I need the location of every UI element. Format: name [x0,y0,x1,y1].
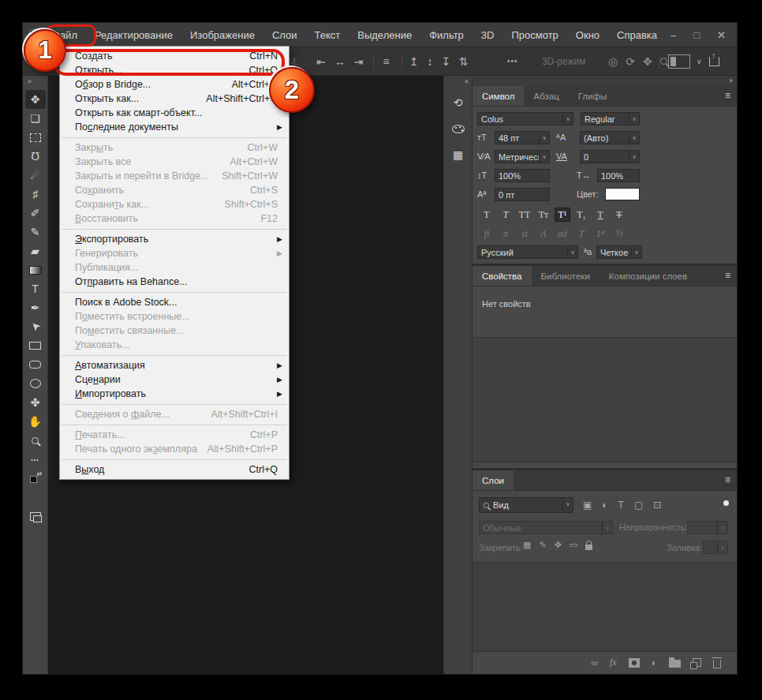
quick-selection-tool[interactable]: ☄ [25,166,46,185]
leading-select[interactable]: (Авто) ∨ [580,131,640,144]
zoom-3d-icon[interactable] [660,58,667,65]
menu-item[interactable]: Обзор в Bridge...Alt+Ctrl+O [60,77,289,92]
rounded-rectangle-tool[interactable] [25,355,46,374]
more-tools[interactable]: ••• [25,450,46,469]
faux-italic-button[interactable]: T [498,208,514,222]
menu-item[interactable]: Открыть как смарт-объект... [60,106,289,120]
menu-item-6[interactable]: Фильтр [429,29,464,41]
drag-3d-icon[interactable]: ✥ [643,55,652,68]
collapse-dock-icon[interactable]: « [444,76,472,93]
menu-item-7[interactable]: 3D [481,29,495,41]
menu-item[interactable]: Импортировать▶ [60,387,289,401]
menu-item[interactable]: Экспортировать▶ [60,232,289,246]
baseline-shift-input[interactable]: 0 пт [495,188,550,201]
opacity-input[interactable]: ∨ [687,521,728,534]
menu-item[interactable]: Отправить на Behance... [60,275,289,289]
lock-all-icon[interactable] [585,545,592,550]
ellipse-tool[interactable] [25,374,46,393]
menu-item-3[interactable]: Слои [272,29,297,41]
menu-item-5[interactable]: Выделение [357,29,412,41]
screen-mode[interactable] [25,507,46,526]
rectangle-tool[interactable] [25,336,46,355]
roll-3d-icon[interactable]: ⟳ [626,55,635,68]
expand-toolbar-icon[interactable]: » [23,76,47,90]
properties-tab[interactable]: Свойства [473,266,532,286]
panel-menu-icon[interactable]: ≡ [725,91,730,100]
small-caps-button[interactable]: Tт [536,208,551,222]
filter-toggle[interactable] [723,500,729,506]
menu-item-1[interactable]: Редактирование [95,29,173,41]
lock-position-icon[interactable]: ✥ [555,540,562,550]
brush-tool[interactable]: ✎ [25,223,46,241]
character-tab[interactable]: Символ [473,86,524,106]
horizontal-scale-input[interactable]: 100% [597,169,640,182]
lasso-tool[interactable]: ℧ [25,147,46,166]
align-bottom-edges-icon[interactable]: ↧ [441,55,450,68]
history-panel[interactable]: ⟲ [448,93,469,112]
filter-adjustment-layers-icon[interactable]: ◐ [602,500,607,511]
group-layers-icon[interactable] [669,660,681,668]
fill-input[interactable]: ∨ [703,541,728,554]
lock-artboard-icon[interactable]: ▭ [570,540,577,550]
menu-item[interactable]: Сценарии▶ [60,372,289,387]
menu-item-2[interactable]: Изображение [190,29,255,41]
lock-pixels-icon[interactable]: ✎ [539,540,546,550]
artboard-tool[interactable]: ❏ [25,109,46,128]
crop-tool[interactable]: ♯ [25,185,46,204]
blend-mode-select[interactable]: Обычные ∨ [479,521,613,534]
tracking-select[interactable]: 0 ∨ [580,150,640,163]
share-button[interactable] [709,47,719,75]
layers-tab[interactable]: Слои [473,470,514,490]
menu-item[interactable]: Поиск в Adobe Stock... [60,295,289,309]
workspace-selector[interactable] [668,47,690,75]
properties-tab[interactable]: Композиции слоев [600,266,697,286]
align-right-edges-icon[interactable]: ⇥ [354,55,364,68]
language-select[interactable]: Русский ∨ [477,245,578,259]
panel-menu-icon[interactable]: ≡ [725,271,730,280]
layer-style-icon[interactable]: fx [610,657,617,668]
adjustment-layer-icon[interactable]: ◐ [652,657,657,668]
close-button[interactable]: ✕ [717,29,726,41]
maximize-button[interactable]: □ [693,29,700,41]
more-options-icon[interactable]: ••• [507,47,518,75]
eraser-tool[interactable]: ▰ [25,241,46,260]
align-vertical-centers-icon[interactable]: ↕ [427,55,432,68]
minimize-button[interactable]: – [670,29,676,41]
filter-shape-layers-icon[interactable]: ▢ [634,500,643,511]
layer-mask-icon[interactable] [629,658,640,668]
filter-smart-objects-icon[interactable]: ⊡ [653,500,661,511]
layer-search-field[interactable]: Вид ∨ [479,497,573,513]
expand-panels-icon[interactable]: » [473,76,737,86]
character-tab[interactable]: Глифы [569,86,616,106]
menu-item-8[interactable]: Просмотр [511,29,558,41]
path-selection-tool[interactable]: ➤ [25,317,46,336]
underline-button[interactable]: T [592,208,608,222]
character-tab[interactable]: Абзац [524,86,568,106]
strikethrough-button[interactable]: T [611,208,627,222]
faux-bold-button[interactable]: T [479,208,495,222]
menu-item[interactable]: Открыть как...Alt+Shift+Ctrl+O [60,92,289,106]
menu-item-9[interactable]: Окно [576,29,600,41]
default-colors-icon[interactable] [25,469,46,488]
align-left-edges-icon[interactable]: ⇤ [316,55,326,68]
hand-tool[interactable]: ✋ [25,412,46,431]
delete-layer-icon[interactable] [713,660,721,668]
swatches-panel[interactable]: ▦ [448,145,469,164]
menu-item[interactable]: Автоматизация▶ [60,358,289,372]
zoom-tool[interactable] [25,431,46,450]
font-style-select[interactable]: Regular ∨ [581,112,640,125]
rectangular-marquee-tool[interactable] [25,128,46,147]
filter-pixel-layers-icon[interactable]: ▣ [583,500,592,511]
subscript-button[interactable]: T₁ [573,208,589,222]
align-horizontal-centers-icon[interactable]: ↔ [334,55,346,68]
font-size-select[interactable]: 48 пт ∨ [495,131,550,144]
move-tool[interactable]: ✥ [25,90,46,109]
color-panel[interactable] [448,119,469,138]
eyedropper-tool[interactable]: ✐ [25,204,46,223]
distribute-icon[interactable]: ⇅ [459,55,469,68]
menu-item[interactable]: Последние документы▶ [60,120,289,134]
menu-item[interactable]: ВыходCtrl+Q [60,462,289,477]
antialias-select[interactable]: Четкое ∨ [596,245,642,259]
lock-transparency-icon[interactable]: ▦ [523,540,531,550]
vertical-scale-input[interactable]: 100% [495,169,550,182]
